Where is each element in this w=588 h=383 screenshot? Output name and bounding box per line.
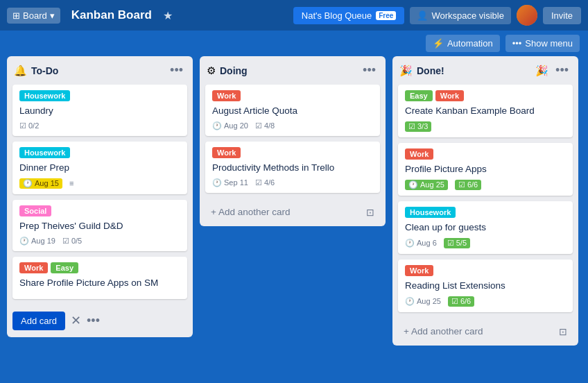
- column-content-todo: HouseworkLaundry☑0/2HouseworkDinner Prep…: [7, 85, 193, 305]
- column-menu-done[interactable]: •••: [553, 62, 571, 79]
- archive-icon: ⊡: [559, 326, 567, 337]
- meta-icon: ☑: [451, 297, 458, 306]
- column-title-todo: To-Do: [31, 65, 163, 76]
- label-work: Work: [212, 90, 241, 101]
- add-card-more-btn[interactable]: •••: [87, 314, 100, 328]
- star-icon[interactable]: ★: [163, 9, 173, 22]
- meta-icon: ☑: [255, 178, 262, 187]
- card-title: August Article Quota: [212, 105, 373, 118]
- automation-icon: ⚡: [433, 38, 444, 49]
- column-menu-todo[interactable]: •••: [167, 62, 186, 79]
- meta-icon: ☑: [62, 237, 69, 246]
- card[interactable]: HouseworkDinner Prep🕐Aug 15≡: [12, 142, 187, 194]
- board-dropdown-btn[interactable]: ⊞ Board ▾: [7, 8, 60, 24]
- card-title: Dinner Prep: [19, 162, 180, 175]
- add-card-btn[interactable]: Add card: [12, 312, 65, 330]
- meta-icon: ≡: [69, 179, 74, 187]
- label-easy: Easy: [51, 262, 78, 273]
- column-header-done: 🎉Done!🎉•••: [392, 56, 578, 85]
- card[interactable]: WorkEasyShare Profile Picture Apps on SM: [12, 257, 187, 299]
- label-social: Social: [19, 205, 51, 216]
- show-menu-icon: •••: [512, 38, 522, 49]
- card-title: Reading List Extensions: [405, 280, 566, 293]
- top-nav: ⊞ Board ▾ Kanban Board ★ Nat's Blog Queu…: [0, 0, 588, 31]
- meta-text: 6/6: [460, 297, 471, 305]
- card-labels: Housework: [19, 90, 180, 101]
- meta-text: Aug 20: [224, 121, 248, 130]
- card-meta-item: ≡: [69, 179, 74, 187]
- label-work: Work: [405, 265, 433, 276]
- card-meta: 🕐Aug 15≡: [19, 178, 180, 189]
- label-work: Work: [405, 148, 433, 160]
- column-header-todo: 🔔To-Do•••: [7, 56, 193, 85]
- column-footer-done: + Add another card⊡: [392, 318, 578, 346]
- free-badge: Free: [376, 11, 396, 20]
- label-housework: Housework: [405, 207, 456, 218]
- card-title: Share Profile Picture Apps on SM: [19, 277, 180, 290]
- avatar[interactable]: [517, 5, 537, 26]
- card-meta: ☑3/3: [405, 121, 566, 132]
- meta-text: Sep 11: [224, 178, 248, 187]
- meta-icon: 🕐: [212, 121, 222, 130]
- card[interactable]: WorkReading List Extensions🕐Aug 25☑6/6: [398, 259, 573, 312]
- column-title-done: Done!: [417, 65, 531, 76]
- meta-text: Aug 6: [417, 239, 437, 247]
- meta-text: Aug 15: [35, 179, 59, 187]
- board-dropdown-icon: ▾: [50, 10, 55, 21]
- column-content-doing: WorkAugust Article Quota🕐Aug 20☑4/8WorkP…: [200, 85, 386, 198]
- card-meta-item: ☑6/6: [455, 180, 481, 190]
- card-meta-item: ☑3/3: [405, 121, 431, 132]
- card-meta: 🕐Aug 19☑0/5: [19, 237, 180, 246]
- sub-nav: ⚡ Automation ••• Show menu: [0, 31, 588, 56]
- show-menu-btn[interactable]: ••• Show menu: [505, 35, 580, 52]
- meta-icon: ☑: [447, 239, 454, 248]
- column-icon-doing: ⚙: [207, 65, 216, 77]
- column-footer-doing: + Add another card⊡: [200, 198, 386, 226]
- card[interactable]: EasyWorkCreate Kanban Example Board☑3/3: [398, 85, 573, 137]
- card[interactable]: SocialPrep Theives' Guild D&D🕐Aug 19☑0/5: [12, 200, 187, 251]
- meta-icon: 🕐: [405, 239, 415, 248]
- card-meta: 🕐Aug 6☑5/5: [405, 238, 566, 248]
- card-meta-item: ☑4/8: [255, 121, 275, 130]
- card[interactable]: WorkAugust Article Quota🕐Aug 20☑4/8: [205, 85, 380, 136]
- column-header-doing: ⚙Doing•••: [200, 56, 386, 85]
- label-work: Work: [212, 147, 241, 158]
- card-title: Clean up for guests: [405, 221, 566, 235]
- card-labels: Work: [405, 148, 566, 160]
- card-title: Create Kanban Example Board: [405, 105, 566, 118]
- automation-btn[interactable]: ⚡ Automation: [426, 35, 500, 52]
- card-meta-item: ☑0/5: [62, 237, 82, 246]
- add-another-card-btn[interactable]: + Add another card⊡: [398, 322, 573, 341]
- card-meta-item: ☑5/5: [444, 238, 470, 248]
- column-title-doing: Doing: [220, 65, 356, 76]
- card-meta: ☑0/2: [19, 121, 180, 130]
- board-label: Board: [23, 10, 47, 21]
- meta-icon: ☑: [255, 121, 262, 130]
- add-another-label: + Add another card: [404, 326, 483, 337]
- card-labels: Work: [212, 147, 373, 158]
- meta-text: 4/8: [264, 121, 275, 130]
- card[interactable]: WorkProductivity Methods in Trello🕐Sep 1…: [205, 142, 380, 193]
- queue-btn[interactable]: Nat's Blog Queue Free: [293, 7, 405, 24]
- card[interactable]: WorkProfile Picture Apps🕐Aug 25☑6/6: [398, 143, 573, 196]
- meta-text: 0/2: [28, 121, 39, 130]
- meta-text: Aug 25: [417, 297, 441, 305]
- column-end-icon-done: 🎉: [535, 65, 548, 77]
- card-meta: 🕐Aug 20☑4/8: [212, 121, 373, 130]
- board-grid-icon: ⊞: [12, 10, 20, 21]
- meta-icon: 🕐: [19, 237, 29, 246]
- card-title: Profile Picture Apps: [405, 163, 566, 176]
- add-another-card-btn[interactable]: + Add another card⊡: [205, 203, 380, 222]
- card-meta-item: 🕐Aug 15: [19, 178, 62, 189]
- add-card-close-btn[interactable]: ✕: [71, 313, 81, 328]
- card[interactable]: HouseworkClean up for guests🕐Aug 6☑5/5: [398, 201, 573, 254]
- archive-icon: ⊡: [366, 207, 374, 218]
- label-housework: Housework: [19, 147, 70, 158]
- invite-btn[interactable]: Invite: [543, 7, 581, 24]
- card[interactable]: HouseworkLaundry☑0/2: [12, 85, 187, 136]
- board-area: 🔔To-Do•••HouseworkLaundry☑0/2HouseworkDi…: [0, 56, 588, 382]
- column-menu-doing[interactable]: •••: [360, 62, 379, 79]
- card-labels: Housework: [19, 147, 180, 158]
- card-meta-item: 🕐Aug 25: [405, 180, 448, 190]
- workspace-btn[interactable]: 👤 Workspace visible: [410, 7, 511, 24]
